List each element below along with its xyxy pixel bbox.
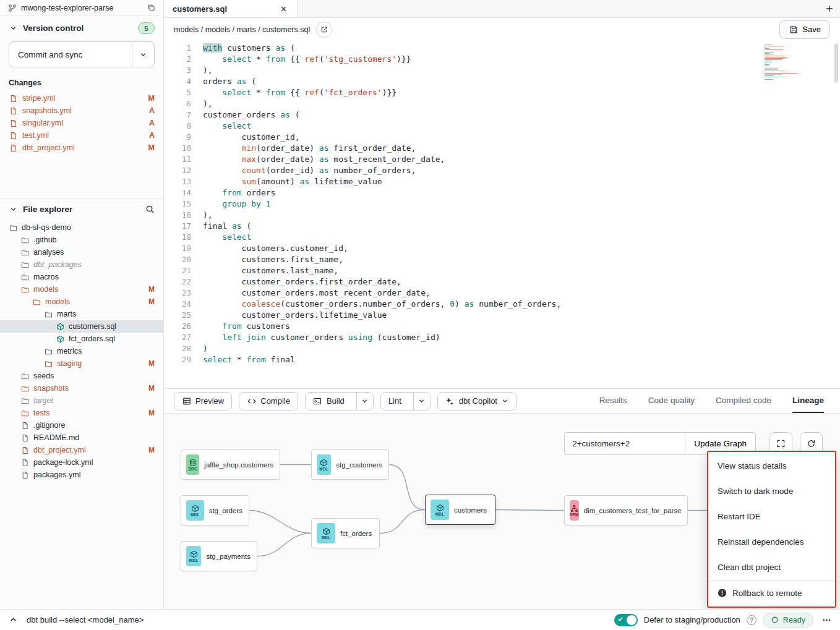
tree-item-dbt-packages[interactable]: dbt_packages [0,258,163,271]
tree-item-tests[interactable]: testsM [0,407,163,419]
tree-item-label: tests [33,409,49,417]
file-icon [20,470,30,480]
menu-item-rollback-to-remote[interactable]: Rollback to remote [708,580,835,605]
sparkle-icon [445,396,455,406]
tree-item-dbt-project-yml[interactable]: dbt_project.ymlM [0,444,163,456]
menu-item-switch-to-dark-mode[interactable]: Switch to dark mode [708,479,835,504]
mdl-badge-icon: MDL [186,546,201,566]
sidebar: mwong-test-explorer-parse Version contro… [0,0,164,609]
change-item-snapshots-yml[interactable]: snapshots.ymlA [9,104,155,117]
tree-item-macros[interactable]: macros [0,271,163,283]
preview-button[interactable]: Preview [174,392,232,411]
tree-item-label: snapshots [33,384,69,393]
tree-item-customers-sql[interactable]: customers.sql [0,320,163,333]
menu-item-label: View status details [718,461,787,470]
editor-scrollbar[interactable] [834,43,838,83]
tab-customers-sql[interactable]: customers.sql [164,0,298,17]
tree-item-target[interactable]: target [0,394,163,407]
lineage-node-fct-orders[interactable]: MDLfct_orders [311,518,380,548]
tree-item-marts[interactable]: marts [0,308,163,320]
modified-file-icon [9,119,18,128]
build-button[interactable]: Build [306,393,352,410]
lineage-node-stg-payments[interactable]: MDLstg_payments [181,541,257,571]
lineage-node-stg-customers[interactable]: MDLstg_customers [311,449,389,480]
chevron-down-icon [9,205,18,214]
tab-results[interactable]: Results [599,389,627,413]
file-tree: db-sl-qs-demo.githubanalysesdbt_packages… [0,221,163,481]
folder-icon [20,396,30,406]
tree-item-models[interactable]: modelsM [0,296,163,308]
tree-item-metrics[interactable]: metrics [0,345,163,357]
defer-toggle[interactable] [614,614,638,626]
code-content[interactable]: with customers as ( select * from {{ ref… [191,43,561,388]
change-item-singular-yml[interactable]: singular.ymlA [9,117,155,129]
code-editor[interactable]: 1234567891011121314151617181920212223242… [164,41,840,388]
change-item-stripe-yml[interactable]: stripe.ymlM [9,92,155,104]
minimap [765,45,799,80]
tree-item-label: metrics [57,347,82,355]
tree-item-staging[interactable]: stagingM [0,357,163,370]
commit-options-button[interactable] [132,42,154,67]
lineage-node-customers[interactable]: MDLcustomers [425,495,495,525]
tree-item-readme-md[interactable]: README.md [0,432,163,444]
code-line: select [203,232,561,243]
file-icon [20,421,30,430]
tree-item-analyses[interactable]: analyses [0,246,163,258]
new-tab-button[interactable] [819,0,840,17]
menu-item-view-status-details[interactable]: View status details [708,453,835,479]
menu-item-restart-ide[interactable]: Restart IDE [708,504,835,529]
status-bar-right: Defer to staging/production ? Ready [614,613,831,628]
lineage-node-dim-customers-test-for-parse[interactable]: SEMdim_customers_test_for_parse [564,495,688,526]
tree-item-packages-yml[interactable]: packages.yml [0,469,163,481]
collapse-panel-icon[interactable] [9,615,18,624]
tree-item-models[interactable]: modelsM [0,283,163,296]
tab-code-quality[interactable]: Code quality [648,389,695,413]
tree-item-snapshots[interactable]: snapshotsM [0,382,163,394]
search-icon[interactable] [145,205,155,214]
info-icon[interactable]: ? [747,615,756,625]
tab-compiled-code[interactable]: Compiled code [716,389,771,413]
change-item-test-yml[interactable]: test.ymlA [9,129,155,142]
tree-item-seeds[interactable]: seeds [0,370,163,382]
code-line: customer_orders as ( [203,109,561,121]
code-line: min(order_date) as first_order_date, [203,143,561,154]
tree-item-db-sl-qs-demo[interactable]: db-sl-qs-demo [0,221,163,234]
dbt-copilot-button[interactable]: dbt Copilot [437,392,516,411]
lineage-node-stg-orders[interactable]: MDLstg_orders [181,495,249,526]
terminal-icon [313,396,322,406]
model-icon [56,334,65,344]
open-in-new-icon[interactable] [316,22,332,38]
tab-lineage[interactable]: Lineage [792,389,824,413]
tree-item-fct-orders-sql[interactable]: fct_orders.sql [0,333,163,345]
change-item-dbt-project-yml[interactable]: dbt_project.ymlM [9,142,155,154]
chevron-down-icon [502,398,508,404]
folder-icon [20,260,30,270]
tree-item-package-lock-yml[interactable]: package-lock.yml [0,456,163,469]
menu-item-clean-dbt-project[interactable]: Clean dbt project [708,555,835,580]
change-file-name: stripe.yml [22,94,55,103]
code-line: select * from final [203,354,561,365]
copy-branch-icon[interactable] [147,3,156,12]
build-options-button[interactable] [356,393,373,410]
lint-options-button[interactable] [413,393,430,410]
file-explorer-header[interactable]: File explorer [0,202,163,216]
more-options-icon[interactable] [822,615,831,624]
commit-and-sync-button[interactable]: Commit and sync [9,41,155,67]
tree-item-label: fct_orders.sql [69,334,115,343]
lineage-search-input[interactable] [564,432,685,455]
save-button[interactable]: Save [779,20,830,39]
compile-button[interactable]: Compile [239,392,298,411]
code-line: customer_orders.most_recent_order_date, [203,287,561,299]
lineage-node-jaffle-shop-customers[interactable]: SRCjaffle_shop.customers [181,449,280,480]
tree-item-gitignore[interactable]: .gitignore [0,419,163,432]
src-badge-icon: SRC [186,454,199,475]
lint-button[interactable]: Lint [381,393,409,410]
code-line: select [203,121,561,132]
modified-file-icon [9,131,18,140]
close-tab-icon[interactable] [279,4,288,14]
tab-label: Lineage [792,396,824,405]
mdl-badge-icon: MDL [431,500,449,520]
menu-item-reinstall-dependencies[interactable]: Reinstall dependencies [708,529,835,555]
version-control-header[interactable]: Version control 5 [9,22,155,34]
tree-item-github[interactable]: .github [0,234,163,246]
